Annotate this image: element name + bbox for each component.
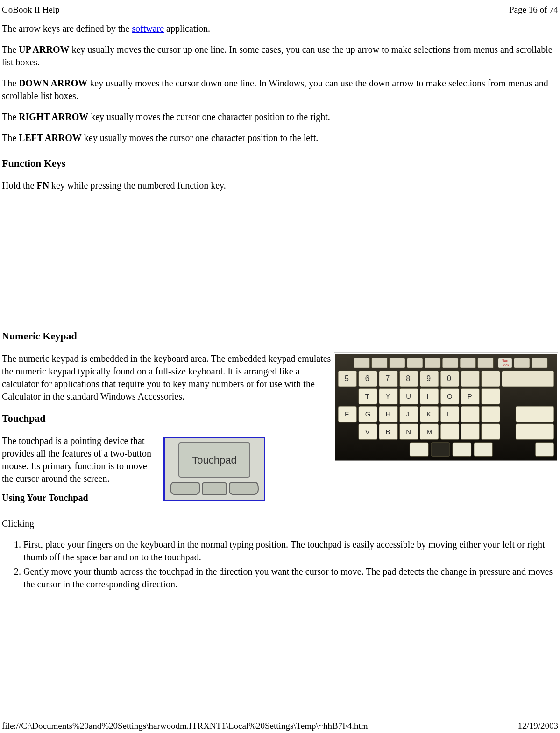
svg-text:B: B	[386, 428, 390, 436]
svg-text:L: L	[447, 410, 451, 418]
page-header: GoBook II Help Page 16 of 74	[0, 0, 560, 16]
text-post: key usually moves the cursor up one line…	[2, 44, 553, 67]
svg-rect-26	[502, 371, 554, 387]
svg-rect-65	[440, 424, 459, 440]
svg-rect-54	[516, 406, 554, 422]
svg-text:Lock: Lock	[502, 363, 510, 367]
up-arrow-paragraph: The UP ARROW key usually moves the curso…	[2, 43, 558, 69]
header-page-label: Page 16 of 74	[509, 4, 558, 16]
using-touchpad-heading: Using Your Touchpad	[2, 492, 159, 504]
svg-text:0: 0	[447, 374, 451, 382]
svg-text:J: J	[406, 410, 409, 418]
numeric-keypad-text: The numeric keypad is embedded in the ke…	[2, 352, 331, 403]
fn-label: FN	[36, 180, 49, 190]
svg-rect-67	[482, 424, 500, 440]
svg-text:Y: Y	[386, 392, 390, 400]
touchpad-heading: Touchpad	[2, 411, 331, 425]
svg-rect-10	[442, 358, 458, 368]
page-footer: file://C:\Documents%20and%20Settings\har…	[0, 720, 560, 732]
page: GoBook II Help Page 16 of 74 The arrow k…	[0, 0, 560, 733]
svg-text:6: 6	[365, 374, 369, 382]
svg-text:K: K	[426, 410, 431, 418]
image-gap-placeholder	[2, 200, 558, 317]
header-title: GoBook II Help	[2, 4, 59, 16]
svg-rect-11	[460, 358, 476, 368]
svg-text:7: 7	[386, 374, 390, 382]
up-arrow-label: UP ARROW	[19, 44, 69, 55]
touchpad-text-block: The touchpad is a pointing device that p…	[2, 435, 163, 513]
right-arrow-label: RIGHT ARROW	[19, 112, 88, 122]
svg-text:T: T	[365, 392, 369, 400]
touchpad-text: The touchpad is a pointing device that p…	[2, 435, 159, 485]
svg-text:V: V	[365, 428, 370, 436]
footer-path: file://C:\Documents%20and%20Settings\har…	[2, 720, 368, 732]
keyboard-icon: Num Lock 5 6 7 8 9 0	[335, 354, 557, 461]
text-pre: Hold the	[2, 180, 36, 190]
arrow-intro-pre: The arrow keys are defined by the	[2, 23, 132, 34]
svg-text:P: P	[468, 392, 472, 400]
svg-rect-52	[461, 406, 480, 422]
svg-text:5: 5	[345, 374, 349, 382]
svg-rect-3	[202, 483, 227, 495]
text-pre: The	[2, 78, 19, 88]
svg-text:Num: Num	[502, 359, 510, 363]
clicking-steps: First, place your fingers on the keyboar…	[2, 538, 558, 591]
svg-rect-15	[532, 358, 547, 368]
fn-paragraph: Hold the FN key while pressing the numbe…	[2, 179, 558, 192]
list-item: Gently move your thumb across the touchp…	[23, 565, 558, 591]
text-post: key while pressing the numbered function…	[49, 180, 226, 190]
numeric-keypad-heading: Numeric Keypad	[2, 329, 558, 343]
text-post: key usually moves the cursor one charact…	[88, 112, 330, 122]
svg-text:M: M	[426, 428, 432, 436]
svg-rect-75	[453, 443, 471, 457]
svg-rect-66	[461, 424, 480, 440]
left-arrow-label: LEFT ARROW	[19, 133, 82, 143]
keyboard-image: Num Lock 5 6 7 8 9 0	[334, 352, 558, 462]
footer-date: 12/19/2003	[517, 720, 558, 732]
left-arrow-paragraph: The LEFT ARROW key usually moves the cur…	[2, 132, 558, 144]
svg-rect-25	[482, 371, 500, 387]
svg-rect-6	[372, 358, 388, 368]
text-pre: The	[2, 44, 19, 55]
right-arrow-paragraph: The RIGHT ARROW key usually moves the cu…	[2, 111, 558, 123]
svg-rect-7	[390, 358, 405, 368]
numeric-keypad-row: The numeric keypad is embedded in the ke…	[2, 352, 558, 513]
clicking-label: Clicking	[2, 517, 558, 530]
touchpad-icon: Touchpad	[165, 438, 264, 500]
numeric-keypad-text-block: The numeric keypad is embedded in the ke…	[2, 352, 334, 513]
svg-rect-5	[354, 358, 370, 368]
svg-rect-24	[461, 371, 480, 387]
svg-text:O: O	[447, 392, 453, 400]
text-post: key usually moves the cursor one charact…	[82, 133, 319, 143]
svg-rect-73	[410, 443, 428, 457]
svg-text:U: U	[406, 392, 411, 400]
svg-rect-68	[516, 424, 554, 440]
touchpad-row: The touchpad is a pointing device that p…	[2, 435, 331, 513]
svg-text:F: F	[345, 410, 349, 418]
svg-rect-14	[514, 358, 530, 368]
software-link[interactable]: software	[132, 23, 164, 34]
svg-rect-74	[431, 443, 450, 457]
content: The arrow keys are defined by the softwa…	[0, 16, 560, 591]
down-arrow-paragraph: The DOWN ARROW key usually moves the cur…	[2, 77, 558, 102]
svg-rect-12	[478, 358, 494, 368]
touchpad-image: Touchpad	[163, 435, 265, 501]
svg-rect-39	[482, 388, 500, 404]
svg-text:N: N	[406, 428, 411, 436]
text-pre: The	[2, 112, 19, 122]
list-item: First, place your fingers on the keyboar…	[23, 538, 558, 564]
svg-text:8: 8	[406, 374, 410, 382]
arrow-intro-post: application.	[164, 23, 210, 34]
arrow-intro: The arrow keys are defined by the softwa…	[2, 22, 558, 35]
svg-rect-8	[407, 358, 423, 368]
svg-rect-53	[482, 406, 500, 422]
svg-text:G: G	[365, 410, 371, 418]
svg-text:9: 9	[426, 374, 431, 382]
svg-rect-9	[425, 358, 440, 368]
function-keys-heading: Function Keys	[2, 156, 558, 170]
down-arrow-label: DOWN ARROW	[19, 78, 87, 88]
svg-rect-36	[420, 388, 439, 404]
svg-rect-76	[474, 443, 493, 457]
text-pre: The	[2, 133, 19, 143]
svg-text:Touchpad: Touchpad	[192, 454, 236, 466]
